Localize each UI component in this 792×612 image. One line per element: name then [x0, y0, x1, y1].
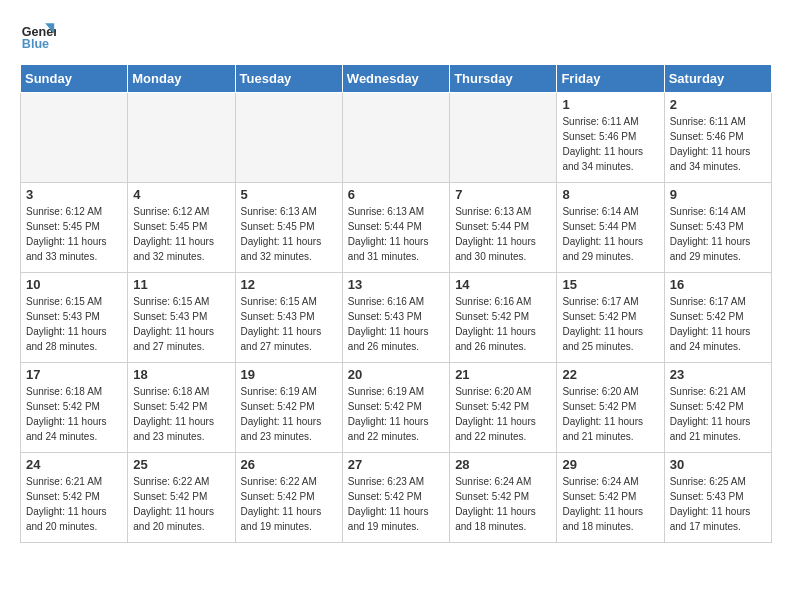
day-number: 23	[670, 367, 766, 382]
day-number: 14	[455, 277, 551, 292]
page: General Blue SundayMondayTuesdayWednesda…	[0, 0, 792, 559]
calendar-cell: 5Sunrise: 6:13 AMSunset: 5:45 PMDaylight…	[235, 183, 342, 273]
calendar-cell: 23Sunrise: 6:21 AMSunset: 5:42 PMDayligh…	[664, 363, 771, 453]
calendar-cell	[450, 93, 557, 183]
calendar-cell: 17Sunrise: 6:18 AMSunset: 5:42 PMDayligh…	[21, 363, 128, 453]
day-info: Sunrise: 6:19 AMSunset: 5:42 PMDaylight:…	[241, 384, 337, 444]
calendar-cell: 14Sunrise: 6:16 AMSunset: 5:42 PMDayligh…	[450, 273, 557, 363]
weekday-header: Sunday	[21, 65, 128, 93]
day-number: 20	[348, 367, 444, 382]
day-info: Sunrise: 6:24 AMSunset: 5:42 PMDaylight:…	[562, 474, 658, 534]
day-info: Sunrise: 6:18 AMSunset: 5:42 PMDaylight:…	[133, 384, 229, 444]
day-info: Sunrise: 6:17 AMSunset: 5:42 PMDaylight:…	[562, 294, 658, 354]
logo: General Blue	[20, 16, 60, 52]
day-number: 3	[26, 187, 122, 202]
calendar-cell: 10Sunrise: 6:15 AMSunset: 5:43 PMDayligh…	[21, 273, 128, 363]
day-info: Sunrise: 6:13 AMSunset: 5:45 PMDaylight:…	[241, 204, 337, 264]
day-number: 7	[455, 187, 551, 202]
calendar-table: SundayMondayTuesdayWednesdayThursdayFrid…	[20, 64, 772, 543]
day-info: Sunrise: 6:19 AMSunset: 5:42 PMDaylight:…	[348, 384, 444, 444]
day-number: 9	[670, 187, 766, 202]
calendar-week-row: 10Sunrise: 6:15 AMSunset: 5:43 PMDayligh…	[21, 273, 772, 363]
calendar-cell: 29Sunrise: 6:24 AMSunset: 5:42 PMDayligh…	[557, 453, 664, 543]
day-number: 15	[562, 277, 658, 292]
day-info: Sunrise: 6:11 AMSunset: 5:46 PMDaylight:…	[670, 114, 766, 174]
calendar-cell: 28Sunrise: 6:24 AMSunset: 5:42 PMDayligh…	[450, 453, 557, 543]
day-info: Sunrise: 6:15 AMSunset: 5:43 PMDaylight:…	[241, 294, 337, 354]
weekday-header: Wednesday	[342, 65, 449, 93]
calendar-cell: 3Sunrise: 6:12 AMSunset: 5:45 PMDaylight…	[21, 183, 128, 273]
day-number: 17	[26, 367, 122, 382]
calendar-cell: 15Sunrise: 6:17 AMSunset: 5:42 PMDayligh…	[557, 273, 664, 363]
day-info: Sunrise: 6:13 AMSunset: 5:44 PMDaylight:…	[348, 204, 444, 264]
day-number: 4	[133, 187, 229, 202]
calendar-body: 1Sunrise: 6:11 AMSunset: 5:46 PMDaylight…	[21, 93, 772, 543]
calendar-cell: 19Sunrise: 6:19 AMSunset: 5:42 PMDayligh…	[235, 363, 342, 453]
day-number: 22	[562, 367, 658, 382]
header: General Blue	[20, 16, 772, 52]
day-info: Sunrise: 6:22 AMSunset: 5:42 PMDaylight:…	[133, 474, 229, 534]
day-info: Sunrise: 6:20 AMSunset: 5:42 PMDaylight:…	[455, 384, 551, 444]
calendar-week-row: 24Sunrise: 6:21 AMSunset: 5:42 PMDayligh…	[21, 453, 772, 543]
calendar-cell: 22Sunrise: 6:20 AMSunset: 5:42 PMDayligh…	[557, 363, 664, 453]
calendar-cell: 16Sunrise: 6:17 AMSunset: 5:42 PMDayligh…	[664, 273, 771, 363]
calendar-cell: 7Sunrise: 6:13 AMSunset: 5:44 PMDaylight…	[450, 183, 557, 273]
day-number: 1	[562, 97, 658, 112]
day-number: 13	[348, 277, 444, 292]
calendar-cell: 2Sunrise: 6:11 AMSunset: 5:46 PMDaylight…	[664, 93, 771, 183]
day-number: 29	[562, 457, 658, 472]
day-number: 10	[26, 277, 122, 292]
day-number: 19	[241, 367, 337, 382]
calendar-cell	[21, 93, 128, 183]
calendar-week-row: 1Sunrise: 6:11 AMSunset: 5:46 PMDaylight…	[21, 93, 772, 183]
day-number: 24	[26, 457, 122, 472]
weekday-header: Thursday	[450, 65, 557, 93]
day-info: Sunrise: 6:25 AMSunset: 5:43 PMDaylight:…	[670, 474, 766, 534]
day-number: 16	[670, 277, 766, 292]
calendar-cell	[128, 93, 235, 183]
calendar-cell: 26Sunrise: 6:22 AMSunset: 5:42 PMDayligh…	[235, 453, 342, 543]
day-info: Sunrise: 6:15 AMSunset: 5:43 PMDaylight:…	[26, 294, 122, 354]
day-number: 6	[348, 187, 444, 202]
calendar-cell: 25Sunrise: 6:22 AMSunset: 5:42 PMDayligh…	[128, 453, 235, 543]
weekday-header: Saturday	[664, 65, 771, 93]
calendar-cell: 30Sunrise: 6:25 AMSunset: 5:43 PMDayligh…	[664, 453, 771, 543]
day-info: Sunrise: 6:14 AMSunset: 5:43 PMDaylight:…	[670, 204, 766, 264]
calendar-cell: 8Sunrise: 6:14 AMSunset: 5:44 PMDaylight…	[557, 183, 664, 273]
day-info: Sunrise: 6:18 AMSunset: 5:42 PMDaylight:…	[26, 384, 122, 444]
weekday-header: Monday	[128, 65, 235, 93]
calendar-week-row: 17Sunrise: 6:18 AMSunset: 5:42 PMDayligh…	[21, 363, 772, 453]
day-number: 2	[670, 97, 766, 112]
day-number: 5	[241, 187, 337, 202]
day-info: Sunrise: 6:12 AMSunset: 5:45 PMDaylight:…	[26, 204, 122, 264]
weekday-header: Friday	[557, 65, 664, 93]
logo-icon: General Blue	[20, 16, 56, 52]
svg-text:Blue: Blue	[22, 37, 49, 51]
calendar-cell: 12Sunrise: 6:15 AMSunset: 5:43 PMDayligh…	[235, 273, 342, 363]
day-info: Sunrise: 6:20 AMSunset: 5:42 PMDaylight:…	[562, 384, 658, 444]
day-info: Sunrise: 6:16 AMSunset: 5:42 PMDaylight:…	[455, 294, 551, 354]
calendar-cell: 24Sunrise: 6:21 AMSunset: 5:42 PMDayligh…	[21, 453, 128, 543]
day-info: Sunrise: 6:13 AMSunset: 5:44 PMDaylight:…	[455, 204, 551, 264]
calendar-cell: 13Sunrise: 6:16 AMSunset: 5:43 PMDayligh…	[342, 273, 449, 363]
calendar-cell	[342, 93, 449, 183]
day-number: 25	[133, 457, 229, 472]
day-info: Sunrise: 6:24 AMSunset: 5:42 PMDaylight:…	[455, 474, 551, 534]
day-info: Sunrise: 6:16 AMSunset: 5:43 PMDaylight:…	[348, 294, 444, 354]
day-info: Sunrise: 6:12 AMSunset: 5:45 PMDaylight:…	[133, 204, 229, 264]
weekday-header-row: SundayMondayTuesdayWednesdayThursdayFrid…	[21, 65, 772, 93]
day-number: 8	[562, 187, 658, 202]
calendar-cell: 9Sunrise: 6:14 AMSunset: 5:43 PMDaylight…	[664, 183, 771, 273]
day-number: 30	[670, 457, 766, 472]
day-number: 12	[241, 277, 337, 292]
day-number: 18	[133, 367, 229, 382]
calendar-cell: 1Sunrise: 6:11 AMSunset: 5:46 PMDaylight…	[557, 93, 664, 183]
day-info: Sunrise: 6:15 AMSunset: 5:43 PMDaylight:…	[133, 294, 229, 354]
day-number: 27	[348, 457, 444, 472]
day-number: 28	[455, 457, 551, 472]
calendar-cell: 21Sunrise: 6:20 AMSunset: 5:42 PMDayligh…	[450, 363, 557, 453]
day-info: Sunrise: 6:11 AMSunset: 5:46 PMDaylight:…	[562, 114, 658, 174]
calendar-cell: 6Sunrise: 6:13 AMSunset: 5:44 PMDaylight…	[342, 183, 449, 273]
day-info: Sunrise: 6:22 AMSunset: 5:42 PMDaylight:…	[241, 474, 337, 534]
calendar-cell: 20Sunrise: 6:19 AMSunset: 5:42 PMDayligh…	[342, 363, 449, 453]
